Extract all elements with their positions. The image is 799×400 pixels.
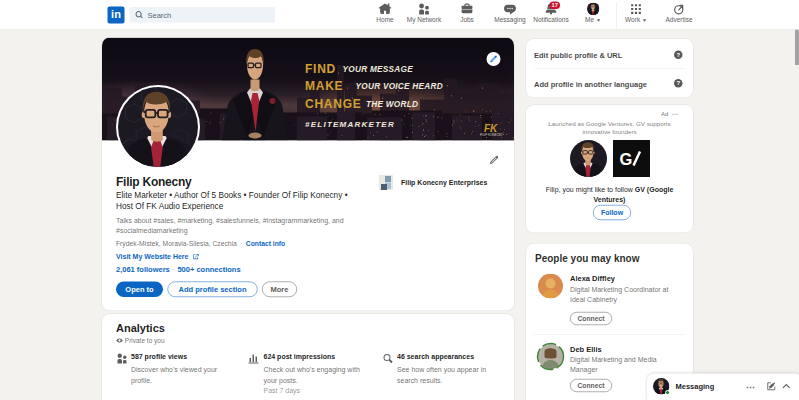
svg-text:#ELITEMARKETER: #ELITEMARKETER [305,120,395,129]
svg-text:YOUR VOICE HEARD: YOUR VOICE HEARD [356,82,443,91]
svg-text:MAKE: MAKE [305,79,343,93]
svg-text:FIND: FIND [305,62,336,76]
svg-text:FK: FK [484,123,498,134]
svg-text:CHANGE: CHANGE [305,97,362,111]
svg-text:FILIP KONECNY: FILIP KONECNY [480,133,503,137]
svg-text:YOUR MESSAGE: YOUR MESSAGE [343,65,414,74]
svg-text:THE WORLD: THE WORLD [366,100,418,109]
